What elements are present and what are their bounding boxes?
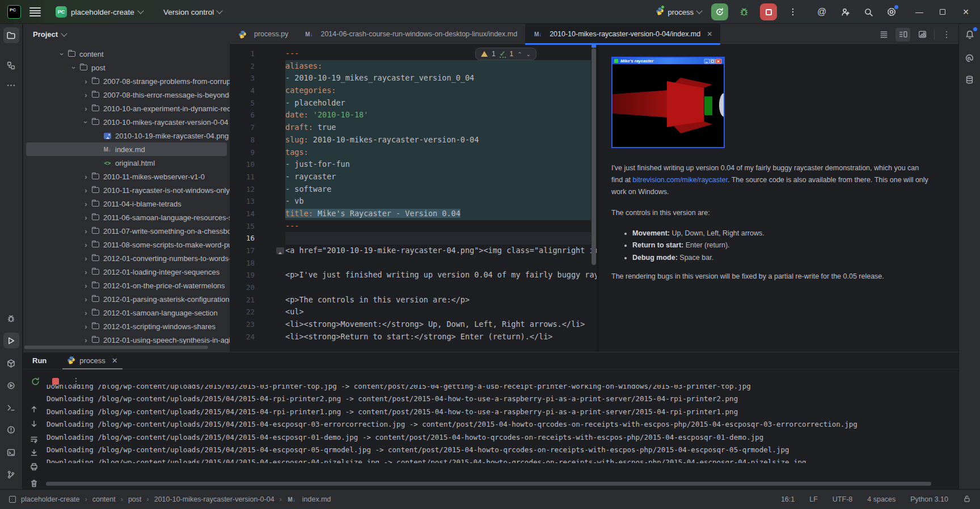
chevron-right-icon[interactable]: › [81, 254, 91, 263]
code-text[interactable]: - just-for-fun [285, 158, 591, 171]
code-text[interactable]: aliases: [285, 60, 591, 73]
file-writable-icon[interactable] [963, 495, 971, 504]
code-text[interactable]: draft: true [285, 121, 591, 134]
notifications-bell-icon[interactable] [962, 27, 978, 43]
chevron-down-icon[interactable]: › [82, 117, 90, 127]
chevron-right-icon[interactable]: › [81, 186, 91, 195]
interpreter-widget[interactable]: Python 3.10 [910, 495, 948, 503]
chevron-right-icon[interactable]: › [81, 213, 91, 222]
chevron-right-icon[interactable]: › [81, 91, 91, 99]
run-tool-icon[interactable] [3, 333, 19, 348]
tree-item[interactable]: ›2007-08-this-error-message-is-beyond-me [23, 88, 230, 102]
code-text[interactable] [285, 257, 591, 270]
line-number[interactable]: 20 [230, 281, 263, 294]
code-text[interactable]: - vb [285, 195, 591, 208]
code-text[interactable] [285, 232, 591, 245]
line-number[interactable]: 21 [230, 294, 263, 306]
prev-problem-icon[interactable]: ⌃ [517, 51, 522, 57]
line-number[interactable]: 24 [230, 331, 263, 343]
chevron-right-icon[interactable]: › [81, 322, 91, 331]
tree-item[interactable]: ›2012-01-using-speech-synthesis-in-agi-a… [23, 333, 230, 344]
rerun-icon[interactable] [29, 375, 41, 388]
python-packages-tool-icon[interactable] [3, 355, 19, 371]
tree-item[interactable]: ›2010-11-mikes-webserver-v1-0 [23, 170, 230, 183]
view-preview-only-icon[interactable] [915, 28, 930, 41]
code-text[interactable]: categories: [285, 85, 591, 97]
tree-horizontal-scrollbar[interactable] [24, 346, 208, 349]
code-text[interactable]: - software [285, 183, 591, 196]
view-split-editor-preview-icon[interactable] [895, 28, 910, 41]
chevron-right-icon[interactable]: › [81, 77, 91, 86]
services-tool-icon[interactable] [3, 377, 19, 393]
line-number[interactable]: 10 [230, 158, 263, 171]
chevron-right-icon[interactable]: › [81, 281, 91, 290]
line-number[interactable]: 6 [230, 109, 263, 121]
line-number[interactable]: 3 [230, 72, 263, 85]
code-text[interactable] [285, 281, 591, 294]
editor-tab[interactable]: M↓2014-06-crash-course-run-windows-on-de… [296, 24, 525, 44]
line-number[interactable]: 1 [230, 48, 263, 60]
bitrevision-link[interactable]: bitrevision.com/mike/raycaster [633, 176, 728, 184]
print-icon[interactable] [28, 460, 40, 473]
breadcrumb[interactable]: placeholder-create [21, 495, 80, 503]
chevron-right-icon[interactable]: › [81, 268, 91, 276]
encoding-widget[interactable]: UTF-8 [833, 495, 852, 503]
soft-wrap-icon[interactable] [28, 433, 40, 445]
line-number[interactable]: 15 [230, 220, 263, 233]
chevron-down-icon[interactable]: › [70, 63, 78, 73]
line-number[interactable]: 14 [230, 208, 263, 220]
ai-assistant-tool-icon[interactable] [962, 50, 978, 66]
more-actions-icon[interactable] [785, 5, 800, 19]
code-text[interactable]: - 2010-10-19_mikes_raycaster_version_0_0… [285, 72, 591, 85]
main-menu-icon[interactable] [29, 7, 41, 16]
tree-item[interactable]: ›content [23, 47, 230, 61]
editor-vertical-scrollbar[interactable] [591, 45, 597, 352]
line-number[interactable]: 13 [230, 195, 263, 208]
terminal-tool-icon[interactable] [3, 399, 19, 415]
code-text[interactable]: <li><strong>Movement:</strong> Up, Down,… [285, 318, 591, 331]
structure-tool-icon[interactable] [3, 57, 19, 73]
line-number[interactable]: 8 [230, 134, 263, 146]
chevron-right-icon[interactable]: › [81, 295, 91, 304]
console-horizontal-scrollbar[interactable] [46, 482, 931, 486]
debug-button[interactable] [737, 5, 751, 19]
editor-tab[interactable]: process.py [230, 24, 296, 44]
chevron-right-icon[interactable]: › [81, 227, 91, 235]
code-text[interactable]: - raycaster [285, 171, 591, 183]
project-panel-header[interactable]: Project [23, 24, 230, 45]
maximize-button[interactable] [935, 5, 950, 19]
breadcrumb[interactable]: M↓index.md [287, 495, 331, 503]
code-text[interactable]: --- [285, 48, 591, 60]
line-number[interactable]: 16 [230, 232, 263, 245]
tree-item[interactable]: ›2012-01-samoan-language-section [23, 306, 230, 319]
line-ending-widget[interactable]: LF [809, 495, 818, 503]
clear-console-icon[interactable] [28, 477, 40, 490]
breadcrumb[interactable]: content [92, 495, 116, 503]
line-number[interactable]: 18 [230, 257, 263, 270]
tree-item[interactable]: ›post [23, 61, 230, 74]
line-number[interactable]: 2 [230, 60, 263, 73]
code-with-me-icon[interactable] [838, 5, 852, 19]
tree-item[interactable]: ›2012-01-converting-numbers-to-words-in-… [23, 251, 230, 265]
code-text[interactable]: tags: [285, 146, 591, 159]
line-number[interactable]: 5 [230, 97, 263, 110]
debug-tool-icon[interactable] [3, 310, 19, 326]
chevron-right-icon[interactable]: › [81, 241, 91, 249]
markdown-source-editor[interactable]: 1---2aliases:3- 2010-10-19_mikes_raycast… [230, 45, 597, 352]
view-editor-only-icon[interactable] [876, 28, 891, 41]
tree-item[interactable]: M↓index.md [26, 142, 227, 156]
database-tool-icon[interactable] [962, 71, 978, 87]
code-text[interactable]: <li><strong>Return to start:</strong> En… [285, 331, 591, 343]
rerun-button[interactable] [711, 3, 728, 20]
ai-assistant-icon[interactable]: @ [814, 5, 829, 19]
chevron-right-icon[interactable]: › [81, 200, 91, 208]
code-text[interactable]: <ul> [285, 306, 591, 318]
image-preview-gutter-icon[interactable] [276, 247, 284, 254]
line-number[interactable]: 4 [230, 85, 263, 97]
code-text[interactable]: date: '2010-10-18' [285, 109, 591, 121]
chevron-right-icon[interactable]: › [81, 309, 91, 317]
tree-item[interactable]: ›2010-10-mikes-raycaster-version-0-04 [23, 115, 230, 129]
chevron-right-icon[interactable]: › [81, 336, 91, 344]
python-console-tool-icon[interactable] [3, 444, 19, 460]
stop-button[interactable] [760, 3, 777, 20]
